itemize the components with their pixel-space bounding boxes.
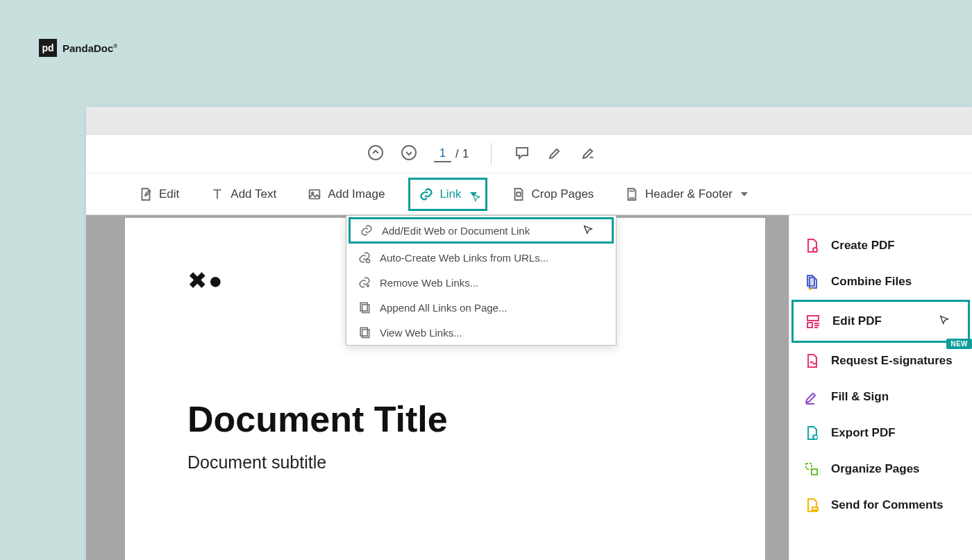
current-page-input[interactable]: 1: [434, 146, 451, 162]
tool-organize-pages[interactable]: Organize Pages: [789, 451, 972, 487]
tools-panel: Create PDF Combine Files Edit PDF Reques…: [789, 215, 972, 560]
document-canvas[interactable]: ✖● Document Title Document subtitle Add/…: [86, 215, 789, 560]
tool-combine-files[interactable]: Combine Files: [789, 264, 972, 300]
menu-auto-create-links[interactable]: Auto-Create Web Links from URLs...: [346, 245, 616, 270]
tool-fill-sign[interactable]: Fill & Sign: [789, 379, 972, 415]
edit-button[interactable]: Edit: [131, 181, 186, 207]
combine-files-icon: [803, 273, 820, 290]
tool-label: Request E-signatures: [831, 354, 953, 368]
page-separator: /: [455, 148, 458, 160]
svg-rect-10: [807, 316, 819, 321]
svg-rect-11: [807, 323, 812, 328]
page-down-icon[interactable]: [401, 144, 417, 164]
export-pdf-icon: [803, 425, 820, 441]
create-pdf-icon: [803, 237, 820, 254]
menu-add-edit-link[interactable]: Add/Edit Web or Document Link: [349, 217, 614, 244]
tool-label: Organize Pages: [831, 462, 920, 476]
crop-pages-label: Crop Pages: [532, 187, 594, 201]
add-image-button[interactable]: Add Image: [300, 181, 392, 207]
tool-send-comments[interactable]: Send for Comments: [789, 487, 972, 523]
svg-point-0: [369, 146, 383, 160]
edit-label: Edit: [159, 187, 179, 201]
cursor-icon: [471, 192, 481, 206]
link-button[interactable]: Link: [408, 178, 487, 211]
crop-pages-button[interactable]: Crop Pages: [504, 181, 601, 207]
header-footer-label: Header & Footer: [645, 187, 732, 201]
page-links-icon: [358, 300, 371, 314]
link-label: Link: [439, 187, 461, 201]
new-badge: NEW: [946, 339, 972, 349]
organize-icon: [803, 461, 820, 477]
tool-label: Create PDF: [831, 239, 895, 253]
tool-export-pdf[interactable]: Export PDF: [789, 415, 972, 451]
tool-label: Edit PDF: [832, 314, 882, 328]
add-text-button[interactable]: Add Text: [203, 181, 283, 207]
link-auto-icon: [358, 251, 371, 264]
tool-request-signatures[interactable]: Request E-signatures NEW: [789, 343, 972, 379]
add-image-label: Add Image: [328, 187, 385, 201]
menu-view-links[interactable]: View Web Links...: [346, 320, 616, 345]
chevron-down-icon: [741, 192, 748, 196]
toolbar-divider: [491, 143, 492, 165]
edit-toolbar: Edit Add Text Add Image Link Crop Pages …: [86, 173, 972, 215]
tool-label: Export PDF: [831, 426, 896, 440]
page-up-icon[interactable]: [367, 144, 384, 164]
cursor-icon: [939, 314, 950, 329]
tool-label: Combine Files: [831, 275, 912, 289]
menu-item-label: Append All Links on Page...: [380, 302, 507, 314]
window-titlebar: [86, 107, 972, 135]
sign-icon[interactable]: [580, 144, 597, 164]
menu-remove-links[interactable]: Remove Web Links...: [346, 270, 616, 295]
svg-rect-2: [310, 189, 320, 198]
tool-label: Fill & Sign: [831, 390, 889, 404]
svg-rect-14: [812, 469, 817, 475]
svg-point-1: [402, 146, 416, 160]
request-sign-icon: [803, 353, 820, 369]
link-icon: [360, 223, 374, 237]
menu-item-label: Remove Web Links...: [380, 277, 478, 289]
edit-pdf-icon: [805, 313, 821, 330]
tool-label: Send for Comments: [831, 498, 944, 512]
page-counter: 1 / 1: [434, 146, 469, 162]
menu-item-label: View Web Links...: [380, 327, 462, 339]
total-pages: 1: [462, 148, 469, 160]
pandadoc-mark: pd: [39, 39, 57, 57]
document-title: Document Title: [187, 398, 703, 440]
tool-edit-pdf[interactable]: Edit PDF: [791, 300, 970, 343]
cursor-icon: [583, 224, 594, 237]
svg-rect-13: [806, 464, 812, 469]
add-text-label: Add Text: [231, 187, 276, 201]
comment-icon[interactable]: [514, 144, 530, 164]
highlight-icon[interactable]: [547, 144, 564, 164]
tool-create-pdf[interactable]: Create PDF: [789, 228, 972, 264]
menu-append-links[interactable]: Append All Links on Page...: [346, 295, 616, 320]
link-dropdown: Add/Edit Web or Document Link Auto-Creat…: [346, 215, 617, 346]
header-footer-button[interactable]: Header & Footer: [617, 181, 755, 207]
pandadoc-logo: pd PandaDoc®: [39, 39, 117, 57]
main-toolbar: 1 / 1: [86, 135, 972, 173]
fill-sign-icon: [803, 389, 820, 405]
link-remove-icon: [358, 275, 371, 289]
view-links-icon: [358, 325, 371, 339]
svg-point-4: [367, 260, 370, 263]
pdf-editor-window: 1 / 1 Edit Add Text Add Image: [86, 107, 972, 560]
pandadoc-name: PandaDoc®: [62, 42, 117, 54]
menu-item-label: Add/Edit Web or Document Link: [382, 225, 530, 237]
menu-item-label: Auto-Create Web Links from URLs...: [380, 252, 548, 264]
document-subtitle: Document subtitle: [187, 452, 703, 473]
send-comments-icon: [803, 497, 820, 514]
